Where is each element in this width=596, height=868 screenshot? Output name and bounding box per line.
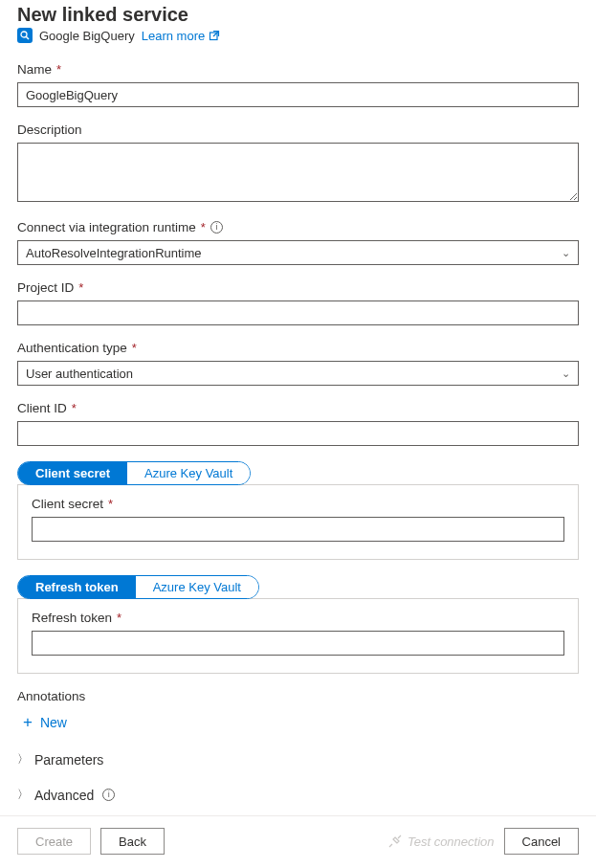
info-icon[interactable]: i	[102, 789, 115, 801]
refresh-token-tab[interactable]: Refresh token	[18, 576, 136, 598]
chevron-right-icon: 〉	[17, 787, 26, 803]
add-annotation-label: New	[40, 715, 67, 730]
cancel-button[interactable]: Cancel	[504, 828, 579, 855]
plus-icon: +	[23, 713, 33, 732]
required-marker: *	[117, 611, 121, 625]
client-secret-tab[interactable]: Client secret	[18, 462, 127, 484]
integration-runtime-label: Connect via integration runtime	[17, 220, 196, 234]
chevron-right-icon: 〉	[17, 751, 26, 768]
external-link-icon	[209, 30, 220, 41]
learn-more-link[interactable]: Learn more	[142, 29, 220, 43]
integration-runtime-value: AutoResolveIntegrationRuntime	[26, 246, 202, 260]
auth-type-value: User authentication	[26, 367, 133, 381]
auth-type-select[interactable]: User authentication ⌄	[17, 361, 579, 386]
parameters-section[interactable]: 〉 Parameters	[17, 751, 579, 768]
client-secret-label: Client secret	[32, 497, 103, 511]
azure-key-vault-tab[interactable]: Azure Key Vault	[127, 462, 250, 484]
refresh-token-label: Refresh token	[32, 611, 112, 625]
parameters-label: Parameters	[34, 752, 103, 768]
project-id-label: Project ID	[17, 280, 74, 295]
project-id-input[interactable]	[17, 300, 579, 325]
required-marker: *	[78, 280, 83, 295]
refresh-token-toggle: Refresh token Azure Key Vault	[17, 575, 259, 599]
chevron-down-icon: ⌄	[562, 367, 570, 380]
auth-type-label: Authentication type	[17, 341, 127, 355]
required-marker: *	[56, 62, 61, 77]
client-id-input[interactable]	[17, 421, 579, 446]
description-label: Description	[17, 122, 82, 137]
required-marker: *	[132, 341, 137, 355]
plug-icon	[388, 835, 402, 848]
name-input[interactable]	[17, 82, 579, 107]
integration-runtime-select[interactable]: AutoResolveIntegrationRuntime ⌄	[17, 240, 579, 265]
advanced-section[interactable]: 〉 Advanced i	[17, 787, 579, 803]
service-name: Google BigQuery	[39, 29, 135, 43]
svg-point-0	[21, 32, 27, 37]
client-secret-input[interactable]	[32, 517, 564, 542]
required-marker: *	[201, 220, 206, 234]
add-annotation-button[interactable]: + New	[17, 713, 67, 732]
create-button[interactable]: Create	[17, 828, 91, 855]
info-icon[interactable]: i	[210, 221, 223, 234]
back-button[interactable]: Back	[100, 828, 165, 855]
bigquery-icon	[17, 28, 33, 43]
annotations-label: Annotations	[17, 689, 579, 703]
required-marker: *	[108, 497, 113, 511]
name-label: Name	[17, 62, 52, 77]
client-id-label: Client ID	[17, 401, 67, 415]
chevron-down-icon: ⌄	[562, 247, 570, 259]
refresh-token-input[interactable]	[32, 631, 564, 656]
client-secret-toggle: Client secret Azure Key Vault	[17, 461, 251, 485]
description-input[interactable]	[17, 143, 579, 202]
svg-line-3	[213, 32, 219, 37]
test-connection-button: Test connection	[388, 835, 495, 849]
azure-key-vault-tab[interactable]: Azure Key Vault	[136, 576, 258, 598]
panel-title: New linked service	[17, 4, 579, 26]
advanced-label: Advanced	[34, 788, 94, 803]
required-marker: *	[72, 401, 77, 415]
svg-line-1	[26, 36, 29, 39]
